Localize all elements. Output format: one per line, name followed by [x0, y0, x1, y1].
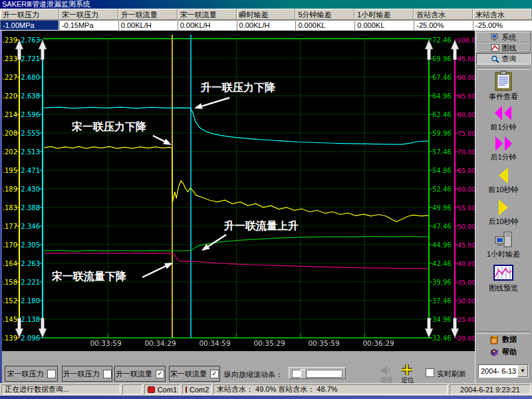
annotation-text: 升一联压力下降	[200, 82, 276, 93]
legend-label: 升一联压力	[63, 369, 100, 379]
axis-tick-label: 64.96	[432, 92, 452, 100]
bottom-control-panel: 宋一联压力 升一联压力 升一联流量 ✓ 宋一联流量 ✓ 纵向放缩滚动条： 消音	[0, 351, 475, 383]
axis-tick-label: 2.513	[21, 148, 40, 156]
header-value[interactable]: -0.15MPa	[59, 20, 118, 31]
header-value[interactable]: 0.00KL/H	[178, 20, 237, 31]
curve-preview-button[interactable]	[475, 265, 531, 283]
axis-tick-label: 65.00	[458, 167, 475, 174]
axis-tick-label: 0.220	[0, 92, 17, 100]
window-title: SAKERⅢ管道泄漏监测系统	[2, 0, 90, 8]
header-value[interactable]: -25.00%	[473, 20, 532, 31]
computer-icon	[493, 231, 513, 251]
date-select[interactable]: 2004- 6-13 ▼	[478, 364, 529, 378]
legend-sheng-flow[interactable]: 升一联流量 ✓	[114, 366, 166, 382]
axis-tick-label: 0.139	[0, 334, 17, 342]
axis-tick-label: 2.221	[21, 279, 40, 286]
x-tick-label: 00:34:59	[199, 339, 230, 347]
sidebar-item-curves[interactable]: 图线	[476, 43, 531, 53]
axis-tick-label: 100.00	[458, 37, 475, 44]
vertical-zoom-slider[interactable]	[289, 367, 346, 379]
axis-tick-label: 44.96	[432, 241, 452, 249]
legend-checkbox[interactable]: ✓	[210, 370, 219, 378]
axis-tick-label: 2.721	[21, 55, 40, 63]
axis-tick-label: 40.00	[458, 260, 475, 267]
sidebar-item-query[interactable]: 查询	[476, 53, 531, 65]
slider-thumb[interactable]	[301, 369, 307, 379]
axis-tick-label: 2.138	[21, 316, 40, 323]
event-view-button[interactable]	[475, 70, 531, 94]
axis-tick-label: 47.46	[432, 223, 452, 230]
axis-tick-label: 37.46	[432, 297, 452, 305]
axis-tick-label: 0.145	[0, 316, 17, 323]
axis-tick-label: 70.00	[458, 148, 475, 156]
header-label: 瞬时输差	[237, 9, 296, 20]
header-label: 升一联流量	[118, 9, 178, 20]
legend-song-pressure[interactable]: 宋一联压力	[5, 366, 58, 382]
axis-tick-label: 0.208	[0, 130, 17, 137]
hour-diff-button[interactable]	[475, 231, 531, 251]
back-1min-button[interactable]	[475, 105, 531, 124]
app-window: SAKERⅢ管道泄漏监测系统 升一联压力宋一联压力升一联流量宋一联流量瞬时输差5…	[0, 0, 532, 399]
header-label: 宋一联压力	[59, 9, 118, 20]
axis-tick-label: 90.00	[458, 74, 475, 81]
fwd-10sec-label: 后10秒钟	[475, 217, 531, 227]
sidebar-item-system[interactable]: 系统	[476, 32, 531, 43]
header-value[interactable]: 0.00KL/H	[118, 20, 178, 31]
axis-tick-label: 69.96	[432, 55, 452, 63]
axis-tick-label: 0.227	[0, 74, 17, 81]
axis-tick-label: 2.430	[21, 186, 40, 193]
axis-tick-label: 2.346	[21, 223, 40, 230]
axis-tick-label: 2.680	[21, 74, 40, 81]
data-button[interactable]: 数据	[476, 334, 531, 345]
header-value[interactable]: -1.00MPa	[0, 20, 59, 31]
header-label: 末站含水	[473, 9, 532, 20]
legend-song-flow[interactable]: 宋一联流量 ✓	[169, 366, 220, 382]
x-tick-label: 00:35:59	[308, 339, 339, 347]
axis-tick-label: 72.46	[432, 37, 452, 44]
header-value[interactable]: 0.00KL/H	[237, 20, 296, 31]
annotation-text: 宋一联流量下降	[51, 270, 127, 282]
axis-tick-label: 2.388	[21, 204, 40, 211]
legend-checkbox[interactable]	[47, 370, 56, 378]
legend-checkbox[interactable]: ✓	[156, 370, 164, 378]
axis-tick-label: 20.00	[458, 334, 475, 342]
axis-tick-label: 2.180	[21, 297, 40, 305]
axis-tick-label: 0.202	[0, 148, 17, 156]
axis-tick-label: 0.183	[0, 204, 17, 211]
clipboard-icon	[493, 70, 513, 94]
realtime-refresh-checkbox[interactable]	[426, 368, 434, 377]
dropdown-arrow-icon[interactable]: ▼	[517, 365, 528, 377]
header-value[interactable]: -25.00%	[414, 20, 473, 31]
status-datetime: 2004-6-21 9:23:21	[450, 384, 531, 394]
trend-chart[interactable]: 0.2390.2330.2270.2200.2140.2080.2020.195…	[0, 31, 475, 351]
slider-track[interactable]	[292, 370, 342, 378]
header-label: 5分钟输差	[295, 9, 354, 20]
axis-tick-label: 0.164	[0, 260, 17, 267]
status-message: 正在进行数据查询...	[1, 384, 120, 394]
help-button[interactable]: 帮助	[476, 346, 531, 358]
fwd-1min-label: 后1分钟	[475, 152, 531, 162]
back-1min-label: 前1分钟	[475, 122, 531, 132]
hour-diff-label: 1小时输差	[475, 249, 531, 259]
axis-tick-label: 0.214	[0, 111, 17, 118]
axis-tick-label: 0.170	[0, 241, 17, 249]
com2-indicator: Com2	[182, 384, 211, 394]
help-button-label: 帮助	[502, 347, 517, 357]
legend-sheng-pressure[interactable]: 升一联压力	[62, 366, 112, 382]
event-view-label: 事件查看	[475, 92, 531, 102]
axis-tick-label: 54.96	[432, 167, 452, 174]
fwd-1min-button[interactable]	[475, 136, 531, 154]
axis-tick-label: 0.152	[0, 297, 17, 305]
legend-checkbox[interactable]	[103, 370, 112, 378]
header-value[interactable]: 0.000KL	[354, 20, 414, 31]
header-value[interactable]: 0.000KL	[295, 20, 354, 31]
curve-preview-label: 图线预览	[475, 283, 531, 293]
axis-tick-label: 2.596	[21, 111, 40, 118]
left-border-strip	[0, 31, 2, 383]
status-spacer	[122, 384, 142, 394]
x-tick-label: 00:34:29	[144, 339, 176, 347]
realtime-refresh-label: 实时刷新	[437, 369, 466, 379]
curve-preview-icon	[493, 265, 513, 283]
axis-tick-label: 80.00	[458, 111, 475, 118]
sidebar-separator	[477, 67, 530, 70]
